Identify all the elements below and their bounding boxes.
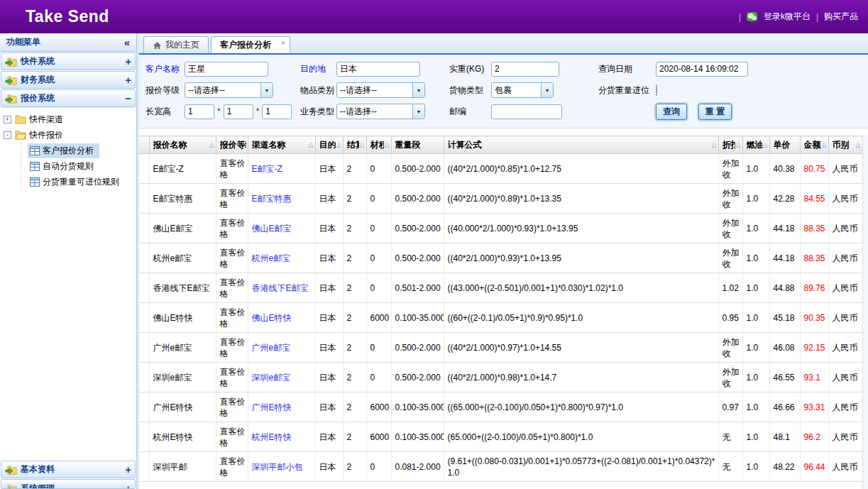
cell-sel xyxy=(139,392,149,422)
collapse-sidebar-icon[interactable]: « xyxy=(124,36,130,48)
table-row[interactable]: 深圳平邮直客价格深圳平邮小包日本200.081-2.000(9.61+((0.0… xyxy=(139,452,862,482)
table-row[interactable]: 杭州E特快直客价格杭州E特快日本260000.100-35.000(65.000… xyxy=(139,422,862,452)
business-type-select[interactable]: --请选择--▼ xyxy=(336,104,425,119)
channel-link[interactable]: E邮宝-Z xyxy=(252,164,282,174)
table-row[interactable]: 深圳e邮宝直客价格深圳e邮宝日本200.500-2.000((40*2/1.00… xyxy=(139,363,862,392)
collapse-icon[interactable]: − xyxy=(125,94,131,104)
expand-icon[interactable]: + xyxy=(125,465,131,475)
reset-button[interactable]: 重 置 xyxy=(698,104,732,120)
channel-link[interactable]: 深圳e邮宝 xyxy=(252,373,291,383)
tree-leaf-auto-split-rules[interactable]: 自动分货规则 xyxy=(21,158,136,174)
channel-link[interactable]: E邮宝特惠 xyxy=(252,194,292,204)
cell-fuel: 1.0 xyxy=(742,154,769,184)
column-header-dest[interactable]: 目的地△ xyxy=(315,136,343,154)
search-button[interactable]: 查询 xyxy=(656,104,687,120)
table-row[interactable]: E邮宝-Z直客价格E邮宝-Z日本200.500-2.000((40*2/1.00… xyxy=(139,154,862,184)
cell-name: 广州E特快 xyxy=(149,392,216,422)
postcode-input[interactable] xyxy=(491,104,562,119)
sidebar-item-basic-data[interactable]: 基本资料 + xyxy=(1,461,136,478)
column-header-channel[interactable]: 渠道名称△ xyxy=(248,136,315,154)
cell-amount: 93.1 xyxy=(800,363,828,392)
sort-asc-icon[interactable]: △ xyxy=(308,141,314,148)
sidebar-item-system-admin[interactable]: 系统管理 + xyxy=(1,479,136,489)
column-header-amount[interactable]: 金额△ xyxy=(800,136,828,154)
table-row[interactable]: 杭州e邮宝直客价格杭州e邮宝日本200.500-2.000((40*2/1.00… xyxy=(139,243,862,273)
tree-node-express-quote[interactable]: - 快件报价 xyxy=(0,127,136,143)
sort-asc-icon[interactable]: △ xyxy=(336,141,341,148)
cell-currency: 人民币 xyxy=(828,214,862,243)
sidebar-item-finance-system[interactable]: 财务系统 + xyxy=(1,71,136,89)
channel-link[interactable]: 香港线下E邮宝 xyxy=(252,283,309,293)
sidebar-item-quote-system[interactable]: 报价系统 − xyxy=(1,89,136,107)
login-kwei-link[interactable]: 登录k微平台 xyxy=(764,11,811,23)
channel-link[interactable]: 佛山E特快 xyxy=(252,313,292,323)
cell-grade: 直客价格 xyxy=(216,303,248,333)
expand-icon[interactable]: + xyxy=(125,75,131,85)
expand-icon[interactable]: + xyxy=(125,57,131,67)
sort-asc-icon[interactable]: △ xyxy=(359,141,365,148)
sort-asc-icon[interactable]: △ xyxy=(735,141,741,148)
cell-settle: 2 xyxy=(343,214,366,243)
column-header-settle[interactable]: 结算重量△ xyxy=(343,136,366,154)
goods-type-select[interactable]: 包裹▼ xyxy=(491,82,554,98)
table-row[interactable]: 广州e邮宝直客价格广州e邮宝日本200.500-2.000((40*2/1.00… xyxy=(139,333,862,363)
table-row[interactable]: 佛山E特快直客价格佛山E特快日本260000.100-35.000((60+((… xyxy=(139,303,862,333)
column-header-currency[interactable]: 币别△ xyxy=(828,136,862,154)
column-header-formula[interactable]: 计算公式△ xyxy=(444,136,718,154)
table-row[interactable]: 佛山E邮宝直客价格佛山E邮宝日本200.500-2.000((40.000*2/… xyxy=(139,214,862,243)
vertical-scrollbar[interactable] xyxy=(862,136,868,489)
column-header-name[interactable]: 报价名称△ xyxy=(149,136,216,154)
column-header-sel xyxy=(139,136,149,154)
channel-link[interactable]: 杭州E特快 xyxy=(252,432,292,442)
sort-asc-icon[interactable]: △ xyxy=(855,141,861,148)
sidebar-item-label: 基本资料 xyxy=(21,463,55,476)
tree-expander-plus-icon[interactable]: + xyxy=(4,116,11,123)
sort-asc-icon[interactable]: △ xyxy=(209,141,214,148)
tree-node-express-channel[interactable]: + 快件渠道 xyxy=(0,111,136,127)
expand-icon[interactable]: + xyxy=(125,484,131,489)
cell-name: 佛山E特快 xyxy=(149,303,216,333)
table-row[interactable]: E邮宝特惠直客价格E邮宝特惠日本200.500-2.000((40*2/1.00… xyxy=(139,184,862,214)
tree-leaf-customer-quote-analysis[interactable]: 客户报价分析 xyxy=(21,143,136,158)
cell-volume: 6000 xyxy=(366,422,391,452)
customer-name-input[interactable] xyxy=(185,62,268,77)
cell-sel xyxy=(139,214,149,243)
buy-product-link[interactable]: 购买产品 xyxy=(824,11,858,23)
destination-input[interactable] xyxy=(336,62,420,77)
table-row[interactable]: 广州E特快直客价格广州E特快日本260000.100-35.000((65.00… xyxy=(139,392,862,422)
sort-asc-icon[interactable]: △ xyxy=(384,141,390,148)
column-header-discount[interactable]: 折扣△ xyxy=(718,136,742,154)
split-weight-carry-checkbox[interactable] xyxy=(656,84,657,96)
tree-expander-minus-icon[interactable]: - xyxy=(4,131,11,139)
channel-link[interactable]: 深圳平邮小包 xyxy=(252,462,303,472)
cell-range: 0.500-2.000 xyxy=(391,214,444,243)
cell-name: E邮宝-Z xyxy=(149,154,216,184)
query-date-input[interactable] xyxy=(656,62,748,77)
sort-asc-icon[interactable]: △ xyxy=(762,141,768,148)
channel-link[interactable]: 广州e邮宝 xyxy=(252,343,291,353)
tab-label: 我的主页 xyxy=(165,39,199,51)
item-category-select[interactable]: --请选择--▼ xyxy=(336,82,425,98)
tab-my-homepage[interactable]: 我的主页 xyxy=(143,36,209,53)
length-input[interactable] xyxy=(185,104,214,119)
channel-link[interactable]: 佛山E邮宝 xyxy=(252,224,292,233)
weight-input[interactable] xyxy=(491,62,559,77)
width-input[interactable] xyxy=(224,104,253,119)
cell-sel xyxy=(139,422,149,452)
channel-link[interactable]: 广州E特快 xyxy=(252,402,292,412)
column-label: 折扣 xyxy=(723,139,735,151)
sort-asc-icon[interactable]: △ xyxy=(821,141,827,148)
channel-link[interactable]: 杭州e邮宝 xyxy=(252,253,291,263)
chevron-down-icon: ▼ xyxy=(260,83,273,97)
column-header-volume[interactable]: 材积重量△ xyxy=(366,136,391,154)
height-input[interactable] xyxy=(262,104,292,119)
table-row[interactable]: 香港线下E邮宝直客价格香港线下E邮宝日本200.501-2.000((43.00… xyxy=(139,273,862,303)
sort-asc-icon[interactable]: △ xyxy=(711,141,717,148)
column-header-fuel[interactable]: 燃油附加费△ xyxy=(742,136,769,154)
amount-value: 96.2 xyxy=(804,432,820,442)
quote-level-select[interactable]: --请选择--▼ xyxy=(185,82,273,98)
close-tab-icon[interactable]: × xyxy=(281,38,285,47)
sidebar-item-express-system[interactable]: 快件系统 + xyxy=(1,53,136,70)
tree-leaf-split-weight-carry-rules[interactable]: 分货重量可进位规则 xyxy=(21,174,136,189)
tab-customer-quote-analysis[interactable]: 客户报价分析 × xyxy=(211,36,290,53)
